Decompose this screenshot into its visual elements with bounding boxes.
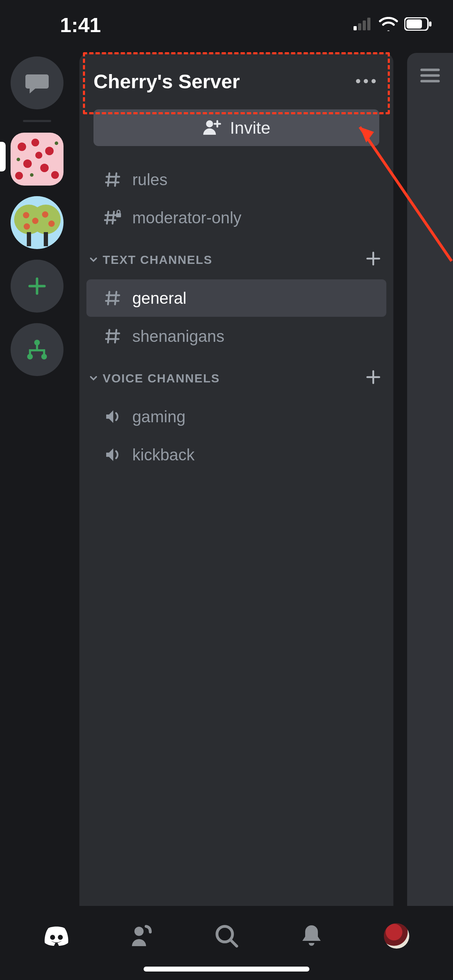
status-time: 1:41 — [60, 13, 101, 37]
bell-icon — [301, 924, 322, 948]
voice-channel-kickback[interactable]: kickback — [86, 436, 386, 473]
svg-rect-5 — [407, 19, 422, 29]
svg-rect-2 — [363, 21, 366, 30]
main-chat-sliver[interactable] — [407, 53, 453, 906]
home-indicator — [144, 967, 309, 972]
svg-rect-26 — [44, 232, 48, 246]
server-icon-cherries[interactable] — [11, 133, 64, 186]
channel-panel: Cherry's Server Invite rules — [79, 53, 393, 906]
svg-point-15 — [17, 158, 20, 161]
svg-point-21 — [32, 218, 38, 224]
channel-rules[interactable]: rules — [86, 161, 386, 198]
svg-rect-31 — [116, 213, 121, 217]
category-text-channels[interactable]: TEXT CHANNELS — [79, 237, 393, 279]
speaker-icon — [104, 447, 122, 463]
rail-separator — [23, 120, 51, 122]
tab-profile[interactable] — [382, 922, 411, 950]
svg-point-7 — [17, 143, 26, 151]
invite-person-icon — [202, 119, 222, 136]
server-discovery-button[interactable] — [11, 323, 64, 376]
svg-point-33 — [58, 935, 63, 940]
svg-point-16 — [30, 173, 33, 177]
category-label: VOICE CHANNELS — [103, 371, 220, 385]
svg-point-32 — [50, 935, 55, 940]
tab-search[interactable] — [212, 922, 241, 950]
server-title: Cherry's Server — [94, 70, 240, 93]
svg-rect-6 — [429, 22, 431, 27]
svg-point-10 — [23, 159, 32, 168]
bottom-tab-bar — [0, 906, 453, 980]
svg-rect-25 — [27, 232, 31, 246]
more-icon — [356, 79, 360, 83]
server-rail — [0, 53, 74, 980]
search-icon — [214, 924, 239, 948]
invite-button[interactable]: Invite — [94, 109, 379, 146]
add-server-button[interactable] — [11, 259, 64, 313]
svg-point-8 — [32, 138, 39, 146]
svg-point-14 — [35, 152, 42, 159]
svg-point-23 — [42, 211, 48, 218]
battery-icon — [404, 17, 432, 32]
avatar — [384, 923, 409, 948]
svg-rect-0 — [353, 26, 357, 30]
channel-moderator-only[interactable]: moderator-only — [86, 199, 386, 236]
cherries-photo-icon — [11, 133, 64, 186]
channel-name: general — [132, 289, 186, 308]
svg-point-22 — [24, 223, 30, 230]
svg-point-20 — [23, 212, 29, 218]
voice-channel-gaming[interactable]: gaming — [86, 398, 386, 435]
active-server-pill — [0, 142, 6, 172]
hash-icon — [104, 290, 122, 306]
channel-general[interactable]: general — [86, 279, 386, 317]
chevron-down-icon — [89, 255, 98, 264]
chevron-down-icon — [89, 374, 98, 382]
hamburger-menu-icon[interactable] — [420, 67, 441, 906]
svg-point-11 — [40, 164, 49, 172]
add-channel-button[interactable] — [366, 368, 381, 389]
tab-home[interactable] — [42, 922, 71, 950]
channel-name: rules — [132, 170, 168, 189]
category-voice-channels[interactable]: VOICE CHANNELS — [79, 356, 393, 397]
status-bar: 1:41 — [0, 0, 453, 49]
invite-label: Invite — [230, 118, 270, 138]
channel-name: kickback — [132, 445, 194, 464]
channel-name: shenanigans — [132, 327, 224, 346]
svg-point-13 — [15, 172, 23, 180]
more-icon — [364, 79, 368, 83]
svg-point-9 — [45, 147, 54, 155]
add-channel-button[interactable] — [366, 249, 381, 270]
channel-name: moderator-only — [132, 208, 241, 227]
wifi-icon — [379, 17, 398, 32]
hash-lock-icon — [104, 210, 122, 226]
svg-rect-1 — [358, 23, 361, 30]
svg-point-17 — [55, 142, 58, 145]
svg-point-34 — [134, 927, 144, 936]
svg-rect-3 — [367, 18, 370, 30]
tab-notifications[interactable] — [297, 922, 326, 950]
server-icon-trees[interactable] — [11, 196, 64, 249]
channel-name: gaming — [132, 407, 186, 426]
chat-bubble-icon — [25, 72, 49, 94]
discord-logo-icon — [43, 925, 70, 947]
server-menu-button[interactable] — [356, 79, 376, 83]
plus-icon — [27, 277, 46, 296]
channel-list: rules moderator-only TEXT CHANNELS — [79, 146, 393, 474]
plus-icon — [366, 370, 381, 385]
direct-messages-button[interactable] — [11, 56, 64, 109]
hash-icon — [104, 328, 122, 344]
hash-icon — [104, 172, 122, 187]
wave-person-icon — [130, 924, 153, 948]
svg-point-24 — [48, 221, 55, 227]
tab-friends[interactable] — [127, 922, 156, 950]
svg-point-30 — [206, 120, 213, 127]
plus-icon — [366, 251, 381, 266]
category-label: TEXT CHANNELS — [103, 253, 212, 267]
hub-tree-icon — [26, 338, 48, 361]
status-icons — [353, 17, 432, 32]
more-icon — [372, 79, 376, 83]
trees-icon — [11, 196, 64, 249]
speaker-icon — [104, 409, 122, 425]
server-header[interactable]: Cherry's Server — [79, 53, 393, 109]
channel-shenanigans[interactable]: shenanigans — [86, 318, 386, 355]
svg-point-12 — [51, 171, 59, 179]
